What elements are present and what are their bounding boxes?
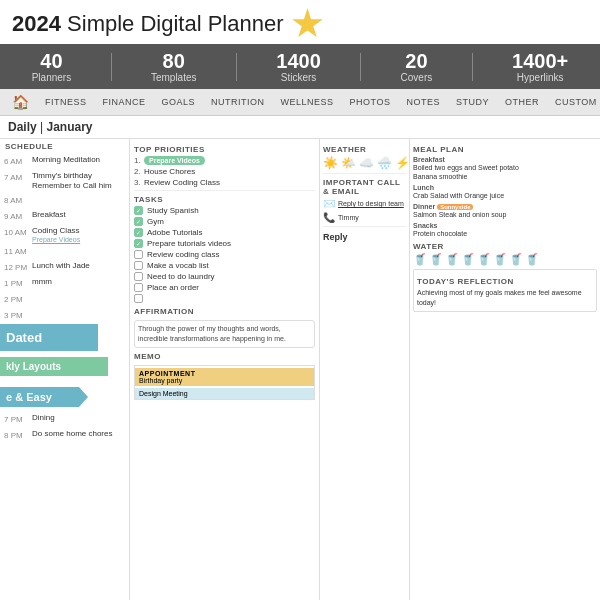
divider: [236, 53, 237, 81]
cup-filled: 🥤: [477, 253, 491, 266]
affirmation-box: Through the power of my thoughts and wor…: [134, 320, 315, 348]
sun-icon: ☀️: [323, 156, 338, 170]
email-icon: ✉️: [323, 198, 335, 209]
schedule-title: SCHEDULE: [0, 139, 129, 154]
stats-bar: 40 Planners 80 Templates 1400 Stickers 2…: [0, 44, 600, 89]
middle-column: TOP PRIORITIES 1. Prepare Videos 2. Hous…: [130, 139, 320, 600]
header: 2024 Simple Digital Planner: [0, 0, 600, 44]
task-item: Gym: [134, 217, 315, 226]
call-item-timmy: 📞 Timmy: [323, 212, 406, 223]
schedule-row: 6 AM Morning Meditation: [0, 154, 129, 170]
priority-item: 3. Review Coding Class: [134, 178, 315, 187]
task-checkbox[interactable]: [134, 261, 143, 270]
affirmation-title: AFFIRMATION: [134, 307, 315, 316]
water-cups: 🥤 🥤 🥤 🥤 🥤 🥤 🥤 🥤: [413, 253, 597, 266]
divider: [360, 53, 361, 81]
cup-filled: 🥤: [429, 253, 443, 266]
cloudy-icon: ☁️: [359, 156, 374, 170]
tab-fitness[interactable]: FITNESS: [37, 92, 95, 112]
schedule-row: 11 AM: [0, 244, 129, 260]
divider: [134, 190, 315, 191]
appointment-box: APPOINTMENT Birthday party: [135, 368, 314, 386]
divider: [323, 226, 406, 227]
cup-empty: 🥤: [525, 253, 539, 266]
schedule-column: SCHEDULE 6 AM Morning Meditation 7 AM Ti…: [0, 139, 130, 600]
schedule-row: 12 PM Lunch with Jade: [0, 260, 129, 276]
task-item: Study Spanish: [134, 206, 315, 215]
schedule-row: 9 AM Breakfast: [0, 209, 129, 225]
task-item: Need to do laundry: [134, 272, 315, 281]
tab-custom[interactable]: CUSTOM: [547, 92, 600, 112]
stat-covers: 20 Covers: [401, 50, 433, 83]
tab-other[interactable]: OTHER: [497, 92, 547, 112]
task-checkbox[interactable]: [134, 294, 143, 303]
task-checkbox[interactable]: [134, 239, 143, 248]
stat-hyperlinks: 1400+ Hyperlinks: [512, 50, 568, 83]
reply-label: Reply: [323, 232, 406, 242]
home-tab[interactable]: 🏠: [4, 89, 37, 115]
reflection-title: TODAY'S REFLECTION: [417, 277, 593, 286]
cup-empty: 🥤: [509, 253, 523, 266]
phone-icon: 📞: [323, 212, 335, 223]
task-checkbox[interactable]: [134, 217, 143, 226]
task-item: Prepare tutorials videos: [134, 239, 315, 248]
calls-title: IMPORTANT CALL & EMAIL: [323, 178, 406, 196]
schedule-row: 8 AM: [0, 193, 129, 209]
schedule-row: 3 PM: [0, 308, 129, 324]
daily-header: Daily | January: [0, 116, 600, 139]
rain-icon: 🌧️: [377, 156, 392, 170]
meal-column: MEAL PLAN Breakfast Boiled two eggs and …: [410, 139, 600, 600]
stat-planners: 40 Planners: [32, 50, 71, 83]
call-item-reply: ✉️ Reply to design team: [323, 198, 406, 209]
schedule-row: 8 PM Do some home chores: [0, 428, 129, 444]
task-item: Make a vocab list: [134, 261, 315, 270]
task-item: Review coding class: [134, 250, 315, 259]
tasks-title: TASKS: [134, 195, 315, 204]
cup-filled: 🥤: [413, 253, 427, 266]
tab-nutrition[interactable]: NUTRITION: [203, 92, 273, 112]
task-checkbox[interactable]: [134, 283, 143, 292]
tab-photos[interactable]: PHOTOS: [342, 92, 399, 112]
priority-item: 1. Prepare Videos: [134, 156, 315, 165]
lightning-icon: ⚡: [395, 156, 410, 170]
weather-icons: ☀️ 🌤️ ☁️ 🌧️ ⚡: [323, 156, 406, 170]
stat-templates: 80 Templates: [151, 50, 197, 83]
meal-snacks: Snacks Protein chocolate: [413, 222, 597, 238]
main-grid: SCHEDULE 6 AM Morning Meditation 7 AM Ti…: [0, 139, 600, 600]
task-item: Adobe Tutorials: [134, 228, 315, 237]
tab-finance[interactable]: FINANCE: [95, 92, 154, 112]
badge-icon: [292, 8, 324, 40]
tab-wellness[interactable]: WELLNESS: [273, 92, 342, 112]
memo-box: APPOINTMENT Birthday party Design Meetin…: [134, 365, 315, 400]
page-title: 2024 Simple Digital Planner: [12, 11, 284, 37]
tab-goals[interactable]: GOALS: [154, 92, 204, 112]
schedule-row: 1 PM mmm: [0, 276, 129, 292]
meal-breakfast: Breakfast Boiled two eggs and Sweet pota…: [413, 156, 597, 181]
task-item: [134, 294, 315, 303]
task-item: Place an order: [134, 283, 315, 292]
partly-cloudy-icon: 🌤️: [341, 156, 356, 170]
task-checkbox[interactable]: [134, 206, 143, 215]
schedule-row: 10 AM Coding Class Prepare Videos: [0, 225, 129, 244]
task-checkbox[interactable]: [134, 250, 143, 259]
task-checkbox[interactable]: [134, 272, 143, 281]
tab-study[interactable]: STUDY: [448, 92, 497, 112]
sidebar-weekly-label: kly Layouts: [0, 357, 108, 376]
cup-filled: 🥤: [461, 253, 475, 266]
water-title: WATER: [413, 242, 597, 251]
meal-dinner: Dinner Sunnyside Salmon Steak and onion …: [413, 203, 597, 219]
priorities-title: TOP PRIORITIES: [134, 145, 315, 154]
nav-tabs: 🏠 FITNESS FINANCE GOALS NUTRITION WELLNE…: [0, 89, 600, 116]
sidebar-easy-label: e & Easy: [0, 387, 88, 407]
schedule-row: 7 AM Timmy's birthdayRemember to Call hi…: [0, 170, 129, 193]
design-meeting-box: Design Meeting: [135, 388, 314, 399]
memo-title: MEMO: [134, 352, 315, 361]
reflection-box: TODAY'S REFLECTION Achieving most of my …: [413, 269, 597, 312]
cup-filled: 🥤: [445, 253, 459, 266]
tab-notes[interactable]: NOTES: [398, 92, 448, 112]
divider: [111, 53, 112, 81]
stat-stickers: 1400 Stickers: [276, 50, 321, 83]
weather-title: WEATHER: [323, 145, 406, 154]
meal-lunch: Lunch Crab Salad with Orange juice: [413, 184, 597, 200]
task-checkbox[interactable]: [134, 228, 143, 237]
